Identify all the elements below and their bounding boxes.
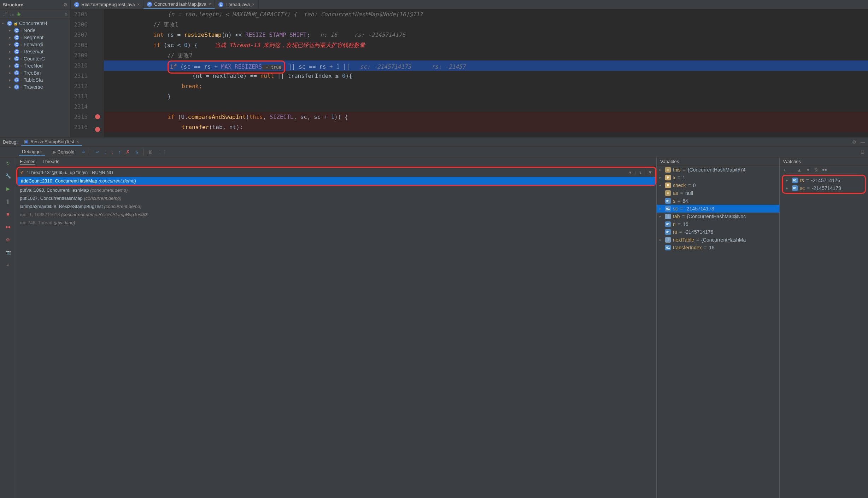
editor-tab[interactable]: CConcurrentHashMap.java× (143, 0, 215, 9)
sort-alpha-icon[interactable]: ↓ₐ (10, 11, 14, 17)
close-icon[interactable]: × (137, 2, 140, 7)
frame-item[interactable]: run:748, Thread (java.lang) (16, 219, 656, 227)
tree-node[interactable]: ▸C○TreeNod (0, 62, 70, 69)
show-impl-icon[interactable]: ◉ (17, 11, 20, 17)
resume-icon[interactable]: ▶ (5, 185, 12, 192)
close-icon[interactable]: × (76, 139, 79, 144)
frame-item[interactable]: lambda$main$0:8, ResizeStampBugTest (con… (16, 202, 656, 210)
variable-item[interactable]: ▸⋮tab = {ConcurrentHashMap$Noc (657, 213, 779, 220)
var-type-icon: ≡ (665, 167, 671, 173)
variable-item[interactable]: 01transferIndex = 16 (657, 244, 779, 251)
close-icon[interactable]: × (209, 1, 211, 7)
code-content: (n = tab.length) < MAXIMUM_CAPACITY) { t… (104, 9, 868, 137)
camera-icon[interactable]: 📷 (5, 249, 12, 256)
java-file-icon: C (74, 2, 79, 7)
frames-section: Frames Threads ✔ "Thread-13"@665 i...up … (16, 157, 657, 498)
watch-item[interactable]: ▸01rs = -2145714176 (784, 176, 864, 184)
wrench-icon[interactable]: 🔧 (5, 172, 12, 179)
frame-item[interactable]: put:1027, ConcurrentHashMap (concurrent.… (16, 194, 656, 202)
thread-dropdown[interactable]: ✔ "Thread-13"@665 i...up "main": RUNNING… (17, 168, 655, 177)
tree-node[interactable]: ▸C○Node (0, 27, 70, 34)
frame-item[interactable]: putVal:1098, ConcurrentHashMap (concurre… (16, 186, 656, 194)
code-editor[interactable]: 2305230623072308230923102311231223132314… (71, 9, 868, 137)
chevron-right-icon: ▸ (659, 184, 663, 187)
variable-item[interactable]: ▸⋮nextTable = {ConcurrentHashMa (657, 236, 779, 244)
editor-tab[interactable]: CResizeStampBugTest.java× (71, 0, 143, 9)
debug-session-tab[interactable]: ▣ ResizeStampBugTest × (21, 138, 82, 146)
frame-item[interactable]: run:-1, 1638215613 (concurrent.demo.Resi… (16, 210, 656, 219)
frame-item[interactable]: addCount:2310, ConcurrentHashMap (concur… (17, 177, 655, 185)
tree-node[interactable]: ▸C○Reservat (0, 48, 70, 55)
glasses-icon[interactable]: 👓 (822, 167, 827, 173)
gear-icon[interactable]: ⚙ (852, 139, 856, 145)
force-step-into-icon[interactable]: ↓ (111, 149, 114, 155)
var-type-icon: ⋮ (665, 237, 671, 243)
step-over-icon[interactable]: ⤻ (95, 149, 99, 155)
var-name: tab (673, 214, 680, 219)
show-exec-icon[interactable]: ≡ (82, 149, 85, 155)
drop-frame-icon[interactable]: ✗ (126, 149, 130, 155)
move-up-icon[interactable]: ▲ (797, 167, 802, 173)
tree-node[interactable]: ▸C○TreeBin (0, 69, 70, 76)
editor-tab[interactable]: CThread.java× (215, 0, 258, 9)
mute-breakpoints-icon[interactable]: ⊘ (5, 236, 12, 243)
breakpoint-icon[interactable] (95, 114, 100, 119)
step-into-icon[interactable]: ↓ (104, 149, 106, 155)
step-out-icon[interactable]: ↑ (118, 149, 121, 155)
var-type-icon: ⋮ (665, 214, 671, 219)
var-value: -2145714176 (684, 229, 714, 235)
frames-tab[interactable]: Frames (20, 159, 35, 165)
variables-title: Variables (657, 157, 779, 166)
tree-node-label: Node (24, 28, 35, 33)
variable-item[interactable]: ▸Pcheck = 0 (657, 181, 779, 189)
view-breakpoints-icon[interactable]: ●● (5, 223, 12, 230)
arrow-down-icon[interactable]: ↓ (640, 170, 642, 175)
tree-root[interactable]: ▾ C 🔒 ConcurrentH (0, 20, 70, 27)
add-watch-icon[interactable]: + (783, 167, 786, 173)
evaluate-icon[interactable]: ⊞ (149, 149, 153, 155)
tree-node[interactable]: ▸C○CounterC (0, 55, 70, 62)
close-icon[interactable]: × (252, 2, 255, 7)
frame-label: putVal:1098, ConcurrentHashMap (20, 187, 90, 193)
threads-tab[interactable]: Threads (42, 159, 59, 165)
variable-item[interactable]: 01s = 64 (657, 197, 779, 205)
more-icon[interactable]: » (5, 261, 12, 268)
java-file-icon: C (147, 2, 152, 7)
editor-area: CResizeStampBugTest.java×CConcurrentHash… (71, 0, 868, 137)
arrow-up-icon[interactable]: ↑ (634, 170, 637, 175)
line-gutter: 2305230623072308230923102311231223132314… (71, 9, 91, 137)
breakpoint-icon[interactable] (95, 127, 100, 132)
var-type-icon: 01 (665, 198, 671, 204)
debugger-tab[interactable]: Debugger (19, 148, 45, 156)
layout-icon[interactable]: ⊟ (861, 149, 864, 155)
tree-node[interactable]: ▸C○Traverse (0, 83, 70, 91)
variable-item[interactable]: ▸01sc = -2145714173 (657, 205, 779, 213)
tree-node[interactable]: ▸C○Forwardi (0, 41, 70, 48)
watch-item[interactable]: ▸01sc = -2145714173 (784, 184, 864, 192)
trace-icon[interactable]: ⋮⋮ (158, 149, 167, 155)
sort-down-icon[interactable]: ↓ᶻ (3, 11, 7, 17)
class-icon: C (7, 21, 12, 26)
more-icon[interactable]: » (65, 11, 68, 17)
structure-settings-icon[interactable]: ⚙ (63, 2, 68, 7)
variable-item[interactable]: 01rs = -2145714176 (657, 228, 779, 236)
watch-name: rs (800, 178, 804, 183)
var-type-icon: 01 (665, 245, 671, 250)
tree-node[interactable]: ▸C○Segment (0, 34, 70, 41)
remove-watch-icon[interactable]: − (790, 167, 793, 173)
filter-icon[interactable]: ▼ (648, 170, 652, 175)
run-to-cursor-icon[interactable]: ↘ (135, 149, 139, 155)
tree-node-label: TableSta (24, 77, 43, 83)
rerun-icon[interactable]: ↻ (5, 160, 12, 167)
console-tab[interactable]: ▶ Console (50, 149, 77, 155)
move-down-icon[interactable]: ▼ (806, 167, 810, 173)
tree-node[interactable]: ▸C○TableSta (0, 76, 70, 83)
minimize-icon[interactable]: — (861, 139, 865, 145)
variable-item[interactable]: ▸≡this = {ConcurrentHashMap@74 (657, 166, 779, 174)
pause-icon[interactable]: ‖ (5, 198, 12, 205)
variable-item[interactable]: 01n = 16 (657, 220, 779, 228)
stop-icon[interactable]: ■ (5, 210, 12, 218)
variable-item[interactable]: ≡as = null (657, 189, 779, 197)
variable-item[interactable]: ▸Px = 1 (657, 174, 779, 181)
copy-icon[interactable]: ⎘ (815, 167, 817, 173)
